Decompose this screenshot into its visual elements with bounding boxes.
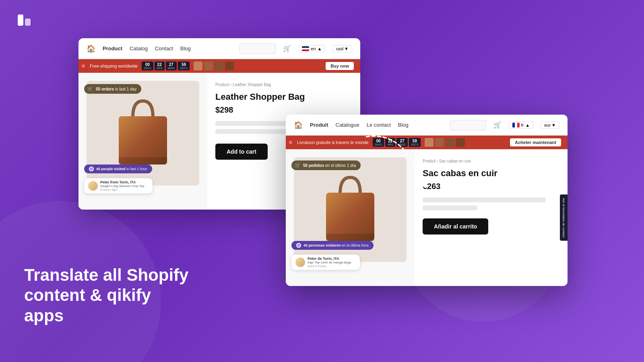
buyer-bought-fr: trajo Top corto de manga larga <box>308 261 351 264</box>
lang-label-fr: fr <box>521 123 524 128</box>
product-title-en: Leather Shopper Bag <box>215 92 352 102</box>
thumb-imgs-en <box>194 62 234 70</box>
tagline-line2: content & qikify apps <box>24 285 193 326</box>
countdown-mins-en: 27MINS <box>166 62 177 70</box>
visitors-badge-fr: 45 personas visitaron en la última hora <box>291 241 374 250</box>
orders-period-en: in last 1 day <box>115 87 136 91</box>
tagline-line1: Translate all Shopify <box>24 265 193 285</box>
recent-buyer-badge-fr: Peter de Turin, ITA trajo Top corto de m… <box>291 255 360 270</box>
currency-label-en: usd <box>336 46 343 51</box>
bag-svg-en <box>111 93 175 173</box>
thumb-4-fr <box>456 138 465 147</box>
buy-now-btn-en[interactable]: Buy now <box>326 62 354 70</box>
orders-badge-text-en: 50 orders in last 1 day <box>96 87 136 91</box>
product-title-fr: Sac cabas en cuir <box>423 168 559 179</box>
product-image-col-en: 🛒 50 orders in last 1 day 45 people visi… <box>78 73 207 210</box>
visitors-count-fr: 45 personas visitaron <box>303 243 341 247</box>
nav-catalog-en[interactable]: Catalog <box>130 45 148 51</box>
thumb-2-en <box>204 62 213 70</box>
home-icon-fr[interactable]: 🏠 <box>294 121 303 130</box>
currency-chevron-fr: ▼ <box>551 123 556 128</box>
orders-count-en: 50 orders <box>96 87 114 91</box>
nav-contact-fr[interactable]: Le contact <box>367 122 391 128</box>
svg-rect-1 <box>25 19 31 26</box>
orders-count-fr: 50 pedidos <box>303 163 324 168</box>
buyer-info-en: Peter from Turin, ITA bought Long Sleeve… <box>100 180 144 191</box>
countdown-secs-en: 59SECS <box>178 62 190 70</box>
add-to-cart-btn-fr[interactable]: Añadir al carrito <box>423 218 488 234</box>
product-price-en: $298 <box>215 105 352 115</box>
buyer-name-fr: Peter de Turin, ITA <box>308 257 351 261</box>
orders-period-fr: en el último 1 día <box>325 163 356 168</box>
visitors-count-en: 45 people visited <box>96 167 126 171</box>
thumb-4-en <box>225 62 234 70</box>
add-to-cart-btn-en[interactable]: Add to cart <box>215 144 268 160</box>
nav-product-en[interactable]: Product <box>103 45 122 51</box>
promo-text-en: Free-shipping worldwide <box>90 64 138 68</box>
cart-icon-en[interactable]: 🛒 <box>283 45 291 52</box>
skeleton-1-fr <box>423 197 546 202</box>
nav-blog-en[interactable]: Blog <box>180 45 191 51</box>
buyer-avatar-fr <box>295 257 305 267</box>
thumb-1-en <box>194 62 202 70</box>
promo-bar-en: Free-shipping worldwide 00DAYS 22HRS 27M… <box>78 59 360 73</box>
buyer-bought-en: bought Long Sleeves Crop Top <box>100 184 144 188</box>
nav-blog-fr[interactable]: Blog <box>398 122 409 128</box>
buyer-avatar-img-en <box>88 181 98 191</box>
currency-chevron-en: ▼ <box>344 46 349 51</box>
home-icon-en[interactable]: 🏠 <box>87 44 95 53</box>
nav-product-fr[interactable]: Produit <box>310 122 328 128</box>
flag-fr <box>512 123 520 128</box>
countdown-en: 00DAYS 22HRS 27MINS 59SECS <box>142 62 190 70</box>
orders-badge-text-fr: 50 pedidos en el último 1 día <box>303 163 356 168</box>
orders-badge-fr: 🛒 50 pedidos en el último 1 día <box>291 160 361 170</box>
logo <box>16 11 34 29</box>
buyer-time-fr: hace 8 horas <box>308 264 351 268</box>
recent-buyer-badge-en: Peter from Turin, ITA bought Long Sleeve… <box>84 178 153 193</box>
search-input-fr[interactable] <box>450 120 486 130</box>
lang-badge-fr[interactable]: fr ▲ <box>509 121 534 129</box>
tagline: Translate all Shopify content & qikify a… <box>24 265 193 326</box>
buyer-name-en: Peter from Turin, ITA <box>100 180 144 184</box>
currency-badge-fr[interactable]: eur ▼ <box>541 121 559 129</box>
cart-icon-fr[interactable]: 🛒 <box>493 121 502 129</box>
pulse-dot-fr <box>296 243 301 248</box>
cart-icon-badge-fr: 🛒 <box>295 162 301 168</box>
search-input-en[interactable] <box>239 43 276 54</box>
visitors-period-en: in last 1 hour <box>126 167 147 171</box>
translation-arrow <box>358 129 439 195</box>
visitors-badge-text-fr: 45 personas visitaron en la última hora <box>303 243 369 247</box>
buyer-time-en: 8 hours ago <box>100 188 144 191</box>
lang-chevron-fr: ▲ <box>525 123 530 128</box>
pulse-dot-en <box>89 167 94 171</box>
countdown-days-en: 00DAYS <box>142 62 153 70</box>
countdown-hrs-en: 22HRS <box>155 62 165 70</box>
buyer-info-fr: Peter de Turin, ITA trajo Top corto de m… <box>308 257 351 268</box>
product-price-fr: €263 <box>423 182 559 191</box>
promo-dot-fr <box>289 141 292 144</box>
breadcrumb-fr: Produit › Sac cabas en cuir <box>423 159 559 163</box>
sidebar-contact-fr[interactable]: Voir le formulaire de contact <box>560 194 568 241</box>
nav-contact-en[interactable]: Contact <box>155 45 173 51</box>
visitors-period-fr: en la última hora <box>342 243 369 247</box>
buyer-avatar-img-fr <box>295 257 305 267</box>
currency-badge-en[interactable]: usd ▼ <box>332 45 352 52</box>
lang-label-en: en <box>311 46 316 51</box>
buy-now-btn-fr[interactable]: Acheter maintenant <box>510 138 561 146</box>
navbar-en: 🏠 Product Catalog Contact Blog 🛒 en ▲ us… <box>78 38 360 59</box>
lang-badge-en[interactable]: en ▲ <box>298 45 325 52</box>
thumb-3-en <box>215 62 223 70</box>
lang-chevron-en: ▲ <box>317 46 322 51</box>
cart-icon-badge-en: 🛒 <box>87 86 93 92</box>
thumb-3-fr <box>446 138 454 147</box>
currency-label-fr: eur <box>544 123 551 128</box>
visitors-badge-en: 45 people visited in last 1 hour <box>84 165 152 173</box>
nav-catalog-fr[interactable]: Catalogue <box>336 122 359 128</box>
visitors-badge-text-en: 45 people visited in last 1 hour <box>96 167 147 171</box>
logo-icon <box>16 11 34 29</box>
promo-dot-en <box>82 64 85 68</box>
orders-badge-en: 🛒 50 orders in last 1 day <box>84 84 141 94</box>
buyer-avatar-en <box>88 181 98 191</box>
skeleton-2-fr <box>423 206 477 210</box>
svg-rect-9 <box>326 234 374 241</box>
